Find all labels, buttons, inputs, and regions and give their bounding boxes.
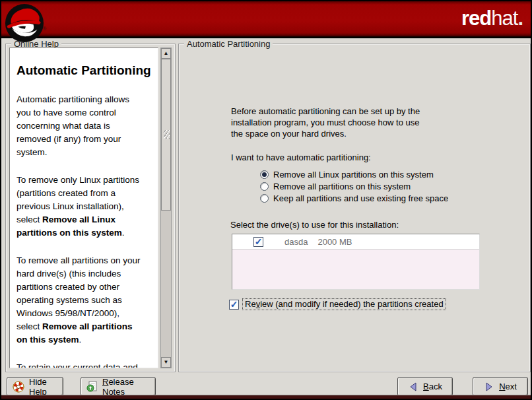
back-button[interactable]: Back [397,377,453,396]
intro-text: Before automatic partitioning can be set… [231,106,420,139]
checkmark-icon: ✓ [230,300,238,308]
help-scrollbar[interactable]: ▲ ▼ [160,48,172,368]
radio-keep-all-partitions[interactable]: Keep all partitions and use existing fre… [260,192,448,204]
next-label: Next [499,382,517,391]
label-part: ext [506,382,517,391]
help-paragraph-3: To remove all partitions on your hard dr… [17,254,151,347]
help-paragraph-2-period: . [122,228,125,238]
radio-button-icon[interactable] [260,182,269,191]
review-partitions-checkbox-row[interactable]: ✓ Review (and modify if needed) the part… [229,298,446,310]
next-button[interactable]: Next [473,377,528,396]
drive-list[interactable]: ✓ dasda 2000 MB [232,234,480,290]
radio-label: Keep all partitions and use existing fre… [273,193,448,204]
release-notes-label: Release Notes [102,377,150,397]
window-bottom-edge [1,395,531,399]
release-notes-button[interactable]: Release Notes [81,377,156,396]
drive-select-label: Select the drive(s) to use for this inst… [230,219,399,230]
redhat-logo: redhat. [461,7,523,30]
review-label-pre: Re [245,299,256,309]
review-checkbox[interactable]: ✓ [229,300,239,310]
prompt-text: I want to have automatic partitioning: [231,152,371,163]
help-paragraph-3-text: To remove all partitions on your hard dr… [17,255,141,331]
label-part: ack [429,382,442,391]
release-notes-icon [86,381,98,392]
label-mnemonic: N [499,382,505,391]
lifebuoy-icon [13,381,24,393]
help-paragraph-2: To remove only Linux partitions (partiti… [17,174,151,240]
next-arrow-icon [484,382,494,392]
scroll-up-icon: ▲ [164,51,169,56]
scrollbar-grip-icon [164,130,170,139]
drive-row-dasda[interactable]: ✓ dasda 2000 MB [232,234,479,250]
label-part: Hide [29,377,47,387]
drive-name: dasda [284,236,308,248]
scroll-up-button[interactable]: ▲ [161,48,171,59]
automatic-partitioning-panel: Automatic Partitioning Before automatic … [178,44,531,372]
online-help-panel: Online Help Automatic Partitioning Autom… [5,44,176,372]
scrollbar-thumb[interactable] [161,59,171,211]
radio-remove-all-partitions[interactable]: Remove all partitions on this system [260,180,448,192]
back-label: Back [423,382,442,391]
review-checkbox-label: Review (and modify if needed) the partit… [242,298,446,310]
hide-help-button[interactable]: Hide Help [7,377,63,396]
help-paragraph-1: Automatic partitioning allows you to hav… [17,93,151,159]
help-heading: Automatic Partitioning [17,63,151,79]
radio-label: Remove all Linux partitions on this syst… [273,169,434,180]
shadowman-logo [4,3,45,44]
redhat-logo-hat: hat [491,7,517,30]
back-arrow-icon [408,382,418,392]
help-viewer: Automatic Partitioning Automatic partiti… [9,48,158,368]
radio-button-icon[interactable] [260,194,269,203]
checkmark-icon: ✓ [255,238,263,246]
help-text: Automatic Partitioning Automatic partiti… [10,48,158,368]
top-banner: redhat. [1,1,531,38]
registered-mark: ® [43,26,46,31]
label-mnemonic: R [102,377,108,387]
scroll-down-icon: ▼ [164,360,169,365]
label-mnemonic: B [423,382,429,391]
review-label-post: iew (and modify if needed) the partition… [260,299,444,309]
radio-label: Remove all partitions on this system [273,181,411,192]
partitioning-radio-group: Remove all Linux partitions on this syst… [260,168,448,204]
drive-checkbox[interactable]: ✓ [253,237,263,247]
drive-size: 2000 MB [317,236,352,248]
help-paragraph-4-clipped: To retain your current data and [17,361,151,368]
hide-help-label: Hide Help [29,377,57,397]
installer-window: redhat. ® Online Help Automatic Partitio… [0,0,532,400]
redhat-logo-dot: . [517,7,523,30]
help-paragraph-3-period: . [79,335,82,345]
radio-button-selected-icon[interactable] [260,170,269,179]
scroll-down-button[interactable]: ▼ [161,357,171,368]
automatic-partitioning-frame-label: Automatic Partitioning [184,39,273,49]
radio-remove-linux-partitions[interactable]: Remove all Linux partitions on this syst… [260,168,448,180]
redhat-logo-red: red [461,7,491,30]
